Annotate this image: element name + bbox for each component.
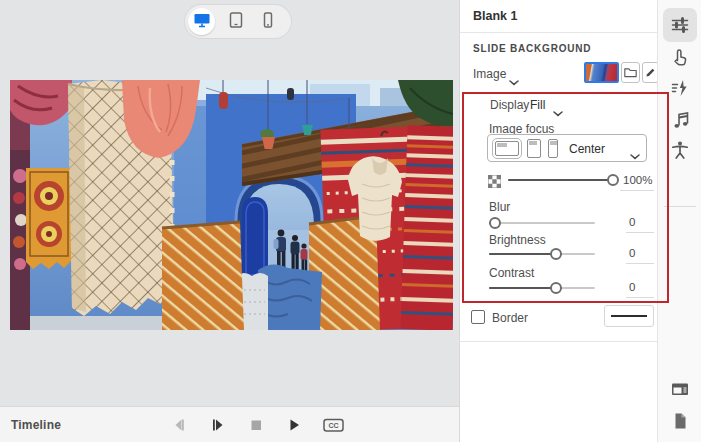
- previous-frame-icon: [171, 417, 187, 433]
- closed-captions-button[interactable]: CC: [323, 417, 345, 433]
- chevron-down-icon[interactable]: [509, 72, 519, 90]
- slider-handle[interactable]: [607, 174, 619, 186]
- properties-panel: Blank 1 SLIDE BACKGROUND Image Display F…: [459, 0, 657, 442]
- focus-thumbnail: [497, 143, 507, 147]
- step-forward-icon: [210, 417, 226, 433]
- display-label: Display: [490, 98, 529, 112]
- tablet-icon: [228, 11, 244, 33]
- layers-panel-button[interactable]: [670, 379, 690, 399]
- border-style-button[interactable]: [604, 305, 654, 327]
- border-line-preview: [611, 315, 647, 317]
- timeline-bar: Timeline CC: [0, 406, 459, 442]
- slider-fill: [508, 179, 613, 181]
- contrast-slider[interactable]: [489, 281, 595, 295]
- slider-fill: [489, 253, 556, 255]
- pencil-icon: [644, 66, 657, 79]
- closed-captions-icon: CC: [323, 417, 345, 433]
- phone-icon: [261, 11, 275, 33]
- slide-title: Blank 1: [473, 9, 517, 23]
- play-button[interactable]: [285, 417, 303, 433]
- accessibility-icon: [670, 140, 690, 160]
- audio-panel-button[interactable]: [670, 110, 690, 130]
- focus-phone-button[interactable]: [548, 139, 558, 158]
- interactivity-panel-button[interactable]: [670, 47, 690, 67]
- background-type-dropdown[interactable]: Image: [473, 67, 506, 81]
- svg-text:CC: CC: [328, 422, 338, 429]
- quick-actions-icon: [670, 78, 690, 98]
- previous-frame-button[interactable]: [170, 417, 188, 433]
- brightness-label: Brightness: [489, 233, 546, 247]
- pages-panel-button[interactable]: [670, 411, 690, 431]
- blur-value-field[interactable]: 0: [626, 214, 654, 233]
- section-title: SLIDE BACKGROUND: [473, 43, 591, 54]
- blur-label: Blur: [489, 200, 510, 214]
- desktop-icon: [193, 12, 211, 32]
- focus-thumbnail: [550, 141, 557, 145]
- border-label: Border: [492, 311, 528, 325]
- opacity-value-field[interactable]: 100%: [620, 172, 654, 191]
- timeline-label: Timeline: [11, 407, 61, 442]
- slide-background-image[interactable]: [10, 80, 453, 330]
- desktop-preview-button[interactable]: [188, 8, 215, 35]
- chevron-down-icon[interactable]: [630, 146, 640, 164]
- device-preview-toggle[interactable]: [185, 5, 291, 38]
- divider: [664, 206, 696, 207]
- focus-thumbnail: [529, 141, 537, 145]
- slider-fill: [489, 287, 556, 289]
- document-icon: [670, 411, 690, 431]
- stop-icon: [248, 417, 264, 433]
- brightness-value-field[interactable]: 0: [626, 245, 654, 264]
- stop-button[interactable]: [247, 417, 265, 433]
- divider: [460, 341, 657, 342]
- folder-icon: [623, 66, 638, 79]
- brightness-slider[interactable]: [489, 247, 595, 261]
- tablet-preview-button[interactable]: [221, 8, 251, 35]
- app-window: Timeline CC Blank 1 SLIDE BACKGROUND Ima…: [0, 0, 701, 442]
- step-forward-button[interactable]: [209, 417, 227, 433]
- border-checkbox[interactable]: [471, 310, 485, 324]
- focus-desktop-button[interactable]: [495, 141, 519, 156]
- divider: [460, 32, 657, 33]
- blur-slider[interactable]: [489, 216, 595, 230]
- accessibility-panel-button[interactable]: [670, 140, 690, 160]
- canvas-area: Timeline CC: [0, 0, 459, 442]
- opacity-icon: [488, 174, 501, 187]
- sliders-icon: [670, 15, 690, 35]
- opacity-slider[interactable]: [508, 173, 613, 187]
- focus-position-dropdown[interactable]: Center: [569, 142, 605, 156]
- touch-icon: [670, 47, 690, 67]
- phone-preview-button[interactable]: [253, 8, 283, 35]
- contrast-label: Contrast: [489, 266, 534, 280]
- slider-handle[interactable]: [489, 217, 501, 229]
- image-focus-control: Center: [487, 134, 647, 162]
- focus-tablet-button[interactable]: [527, 139, 541, 158]
- browse-image-button[interactable]: [621, 62, 640, 83]
- chevron-down-icon[interactable]: [553, 103, 563, 121]
- background-image-thumbnail[interactable]: [584, 62, 619, 83]
- right-toolbar: [657, 0, 701, 442]
- music-note-icon: [670, 110, 690, 130]
- play-icon: [286, 417, 302, 433]
- display-dropdown[interactable]: Fill: [530, 98, 545, 112]
- animation-panel-button[interactable]: [670, 78, 690, 98]
- contrast-value-field[interactable]: 0: [626, 279, 654, 298]
- properties-panel-button[interactable]: [670, 15, 690, 35]
- slider-handle[interactable]: [550, 282, 562, 294]
- layout-panel-icon: [670, 379, 690, 399]
- slider-handle[interactable]: [550, 248, 562, 260]
